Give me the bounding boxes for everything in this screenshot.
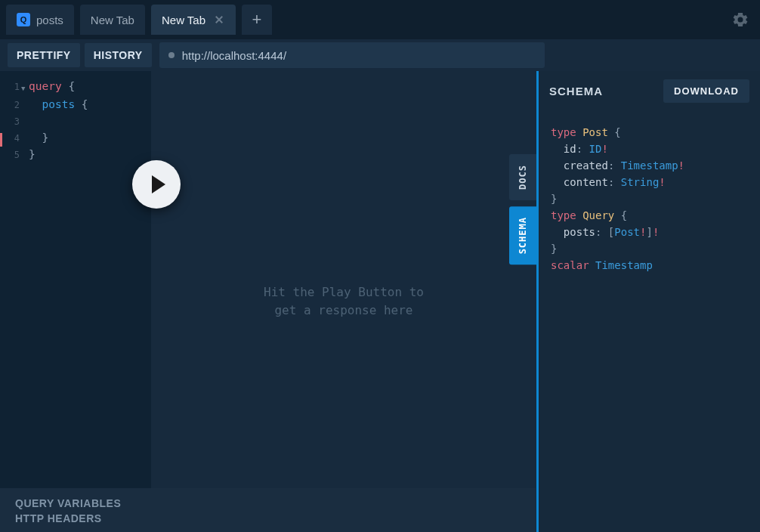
new-tab-button[interactable]: + bbox=[242, 5, 272, 35]
play-button[interactable] bbox=[132, 160, 181, 209]
side-tabs: DOCS SCHEMA bbox=[509, 154, 536, 264]
query-icon: Q bbox=[17, 13, 30, 26]
settings-icon[interactable] bbox=[731, 11, 749, 29]
query-editor[interactable]: 1▼query {2 posts {34 }5} bbox=[0, 71, 151, 532]
download-button[interactable]: DOWNLOAD bbox=[663, 79, 749, 103]
schema-tab[interactable]: SCHEMA bbox=[509, 206, 536, 264]
result-placeholder: Hit the Play Button to get a response he… bbox=[264, 283, 424, 320]
tab-newtab-1[interactable]: New Tab bbox=[80, 5, 145, 35]
url-text: http://localhost:4444/ bbox=[182, 49, 286, 62]
tab-label: posts bbox=[36, 14, 63, 26]
tab-newtab-2[interactable]: New Tab bbox=[151, 5, 236, 35]
close-icon[interactable] bbox=[213, 14, 225, 26]
tab-label: New Tab bbox=[162, 14, 205, 26]
schema-title: SCHEMA bbox=[549, 85, 603, 97]
history-button[interactable]: HISTORY bbox=[85, 43, 152, 67]
schema-header: SCHEMA DOWNLOAD bbox=[539, 71, 760, 110]
schema-sdl: type Post { id: ID! created: Timestamp! … bbox=[539, 110, 760, 287]
url-input[interactable]: http://localhost:4444/ bbox=[159, 42, 545, 68]
tab-label: New Tab bbox=[91, 14, 134, 26]
docs-tab[interactable]: DOCS bbox=[509, 154, 536, 200]
error-gutter-marker bbox=[0, 133, 2, 147]
result-pane: Hit the Play Button to get a response he… bbox=[151, 71, 536, 532]
tab-posts[interactable]: Q posts bbox=[6, 5, 74, 35]
prettify-button[interactable]: PRETTIFY bbox=[8, 43, 80, 67]
titlebar: Q posts New Tab New Tab + bbox=[0, 0, 760, 39]
query-variables-tab[interactable]: QUERY VARIABLES bbox=[15, 497, 521, 509]
status-dot-icon bbox=[168, 52, 175, 58]
bottom-drawer[interactable]: QUERY VARIABLES HTTP HEADERS bbox=[0, 488, 536, 532]
play-icon bbox=[152, 175, 165, 193]
http-headers-tab[interactable]: HTTP HEADERS bbox=[15, 512, 521, 524]
schema-panel: SCHEMA DOWNLOAD type Post { id: ID! crea… bbox=[536, 71, 760, 532]
toolbar: PRETTIFY HISTORY http://localhost:4444/ bbox=[0, 39, 760, 71]
main-area: 1▼query {2 posts {34 }5} Hit the Play Bu… bbox=[0, 71, 760, 532]
